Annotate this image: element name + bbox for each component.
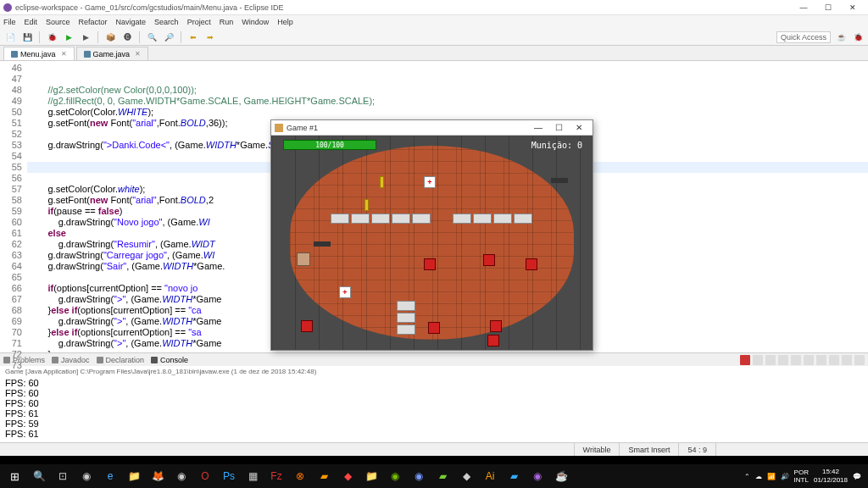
vscode-icon[interactable]: ▰ — [502, 464, 526, 488]
eclipse-titlebar: eclipse-workspace - Game_01/src/com/gcst… — [0, 0, 868, 15]
xampp-icon[interactable]: ⊗ — [288, 464, 312, 488]
open-type-icon[interactable]: 🔍 — [145, 30, 159, 44]
display-console-icon[interactable] — [816, 355, 826, 365]
tray-wifi-icon[interactable]: 📶 — [767, 473, 776, 480]
geforce-icon[interactable]: ◉ — [383, 464, 407, 488]
game-player — [297, 252, 310, 266]
run-icon[interactable]: ▶ — [62, 30, 75, 44]
quick-access[interactable]: Quick Access — [776, 31, 831, 43]
clear-console-icon[interactable] — [778, 355, 788, 365]
tray-lang[interactable]: PORINTL — [794, 469, 809, 484]
game-enemy — [483, 254, 495, 266]
perspective-debug-icon[interactable]: 🐞 — [851, 30, 865, 44]
explorer-icon[interactable]: 📁 — [122, 464, 146, 488]
game-arena — [290, 146, 574, 340]
close-button[interactable]: ✕ — [841, 2, 865, 14]
menu-edit[interactable]: Edit — [25, 18, 38, 26]
menu-search[interactable]: Search — [154, 18, 179, 26]
chrome-icon[interactable]: ◉ — [170, 464, 193, 488]
new-package-icon[interactable]: 📦 — [103, 30, 117, 44]
game-canvas[interactable]: 100/100 Munição: 0 — [271, 136, 593, 350]
game-medkit — [424, 176, 436, 188]
menu-source[interactable]: Source — [46, 18, 70, 26]
scroll-lock-icon[interactable] — [791, 355, 801, 365]
javadoc-icon — [52, 357, 58, 363]
nav-back-icon[interactable]: ⬅ — [186, 30, 200, 44]
perspective-java-icon[interactable]: ☕ — [834, 30, 848, 44]
game-maximize-button[interactable]: ☐ — [548, 123, 569, 132]
status-writable: Writable — [574, 443, 620, 456]
pin-console-icon[interactable] — [804, 355, 814, 365]
game-window: Game #1 — ☐ ✕ — [270, 119, 593, 351]
tab-game-java[interactable]: Game.java ✕ — [76, 47, 149, 60]
tab-declaration[interactable]: Declaration — [97, 356, 145, 364]
steam-icon[interactable]: ◉ — [75, 464, 98, 488]
new-icon[interactable]: 📄 — [3, 30, 17, 44]
game-close-button[interactable]: ✕ — [569, 123, 589, 132]
java-file-icon — [84, 51, 91, 58]
taskview-icon[interactable]: ⊡ — [51, 464, 75, 488]
tray-notifications-icon[interactable]: 💬 — [853, 473, 861, 480]
menu-run[interactable]: Run — [220, 18, 234, 26]
eclipse-taskbar-icon[interactable]: ◉ — [526, 464, 549, 488]
toolbar: 📄 💾 🐞 ▶ ▶ 📦 🅒 🔍 🔎 ⬅ ➡ Quick Access ☕ 🐞 — [0, 29, 868, 46]
search-icon[interactable]: 🔎 — [162, 30, 175, 44]
console-launch-info: Game [Java Application] C:\Program Files… — [0, 366, 868, 376]
illustrator-icon[interactable]: Ai — [478, 464, 502, 488]
tray-onedrive-icon[interactable]: ☁ — [755, 473, 762, 480]
close-tab-icon[interactable]: ✕ — [135, 50, 141, 58]
line-gutter: 4647484950515253545556575859606162636465… — [0, 61, 27, 352]
tray-volume-icon[interactable]: 🔊 — [781, 473, 789, 480]
game-enemy — [526, 258, 537, 270]
tab-console[interactable]: Console — [151, 356, 188, 364]
remove-all-icon[interactable] — [765, 355, 776, 365]
debug-icon[interactable]: 🐞 — [45, 30, 58, 44]
folder-icon[interactable]: 📁 — [359, 464, 383, 488]
search-taskbar-icon[interactable]: 🔍 — [27, 464, 51, 488]
opera-icon[interactable]: O — [193, 464, 217, 488]
min-view-icon[interactable] — [842, 355, 852, 365]
nav-fwd-icon[interactable]: ➡ — [203, 30, 217, 44]
menu-navigate[interactable]: Navigate — [116, 18, 147, 26]
coverage-icon[interactable]: ▶ — [79, 30, 92, 44]
git-icon[interactable]: ◆ — [336, 464, 359, 488]
game-title: Game #1 — [287, 124, 318, 132]
new-class-icon[interactable]: 🅒 — [120, 30, 134, 44]
tray-up-icon[interactable]: ⌃ — [744, 473, 750, 480]
tray-clock[interactable]: 15:4201/12/2018 — [814, 468, 848, 485]
console-output[interactable]: FPS: 60 FPS: 60 FPS: 60 FPS: 61 FPS: 59 … — [0, 376, 868, 442]
menu-help[interactable]: Help — [277, 18, 293, 26]
tab-javadoc[interactable]: Javadoc — [52, 356, 90, 364]
game-titlebar[interactable]: Game #1 — ☐ ✕ — [271, 120, 593, 136]
java-app-icon[interactable]: ☕ — [549, 464, 573, 488]
filezilla-icon[interactable]: Fz — [264, 464, 288, 488]
close-tab-icon[interactable]: ✕ — [61, 50, 67, 58]
photoshop-icon[interactable]: Ps — [217, 464, 241, 488]
game-healthbar: 100/100 — [283, 140, 376, 150]
maximize-button[interactable]: ☐ — [816, 2, 840, 14]
notepad-icon[interactable]: ▰ — [431, 464, 454, 488]
menu-refactor[interactable]: Refactor — [79, 18, 108, 26]
max-view-icon[interactable] — [854, 355, 865, 365]
menu-project[interactable]: Project — [187, 18, 211, 26]
save-icon[interactable]: 💾 — [20, 30, 34, 44]
terminate-icon[interactable] — [740, 355, 750, 365]
menu-file[interactable]: File — [3, 18, 16, 26]
game-enemy — [428, 322, 440, 334]
tab-label: Game.java — [93, 50, 131, 58]
sublime-icon[interactable]: ▰ — [312, 464, 336, 488]
editor-tabbar: Menu.java ✕ Game.java ✕ — [0, 46, 868, 61]
edge-icon[interactable]: e — [98, 464, 122, 488]
menubar: File Edit Source Refactor Navigate Searc… — [0, 15, 868, 29]
firefox-icon[interactable]: 🦊 — [146, 464, 170, 488]
start-button[interactable]: ⊞ — [2, 464, 27, 488]
tiled-icon[interactable]: ▦ — [241, 464, 264, 488]
open-console-icon[interactable] — [829, 355, 839, 365]
minimize-button[interactable]: — — [792, 2, 815, 14]
discord-icon[interactable]: ◉ — [407, 464, 431, 488]
unity-icon[interactable]: ◆ — [454, 464, 478, 488]
tab-menu-java[interactable]: Menu.java ✕ — [3, 47, 75, 60]
remove-launch-icon[interactable] — [753, 355, 763, 365]
menu-window[interactable]: Window — [242, 18, 269, 26]
game-minimize-button[interactable]: — — [528, 123, 548, 132]
